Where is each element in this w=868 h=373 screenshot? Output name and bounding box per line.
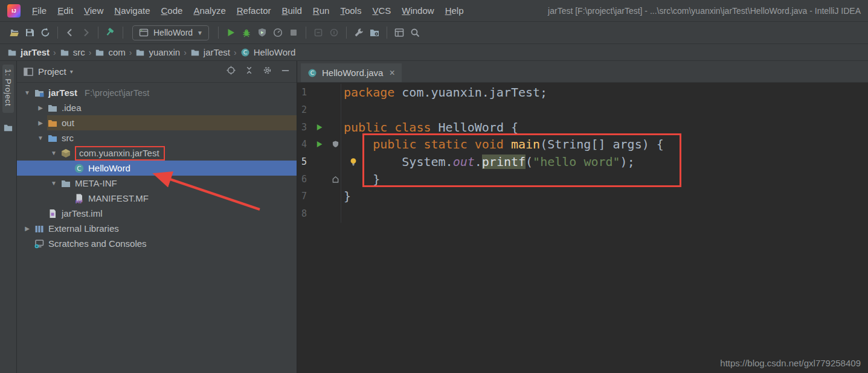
- tree-collapse-arrow-icon[interactable]: ▼: [21, 89, 34, 96]
- toolbar-stop-button[interactable]: [286, 25, 301, 40]
- code-editor[interactable]: 1package com.yuanxin.jarTest;23public cl…: [297, 83, 868, 373]
- line-number: 5: [297, 156, 307, 167]
- code-token: public class: [344, 120, 439, 135]
- tree-collapse-arrow-icon[interactable]: ▼: [47, 180, 60, 186]
- tree-item-com-yuanxin-jartest[interactable]: ▼com.yuanxin.jarTest: [17, 145, 297, 161]
- tree-item-idea[interactable]: ▶.idea: [17, 100, 297, 115]
- line-number: 8: [297, 208, 307, 219]
- tree-item-helloword[interactable]: CHelloWord: [17, 161, 297, 176]
- tree-item-meta-inf[interactable]: ▼META-INF: [17, 176, 297, 191]
- menu-tools[interactable]: Tools: [335, 5, 367, 16]
- tree-expand-arrow-icon[interactable]: ▶: [21, 225, 34, 232]
- synchronize-icon: [40, 27, 51, 38]
- menu-analyze[interactable]: Analyze: [188, 5, 231, 16]
- tree-item-jartest-iml[interactable]: jarTest.iml: [17, 206, 297, 221]
- code-text: public static void main(String[] args) {: [341, 136, 868, 153]
- menu-file[interactable]: File: [27, 5, 52, 16]
- breadcrumb-item-jartest[interactable]: jarTest: [190, 47, 230, 57]
- project-view-selector[interactable]: Project ▾: [38, 66, 73, 77]
- code-token: main: [511, 137, 540, 151]
- breadcrumb-item-jartest[interactable]: jarTest: [7, 47, 50, 57]
- scratches-icon: [34, 238, 45, 249]
- search-everywhere-icon: [410, 27, 420, 38]
- toolbar-restore-layout-button[interactable]: [391, 25, 407, 40]
- tree-expand-arrow-icon[interactable]: ▶: [34, 120, 47, 126]
- toolbar-build-hammer-button[interactable]: [103, 25, 118, 40]
- tree-item-manifest-mf[interactable]: MFMANIFEST.MF: [17, 191, 297, 206]
- toolbar-disabled-tool-2-button[interactable]: [326, 25, 342, 40]
- gutter: [307, 188, 341, 205]
- toolbar-coverage-button[interactable]: [254, 25, 270, 40]
- breadcrumb-label: jarTest: [204, 47, 230, 57]
- toolbar-nav-forward-button[interactable]: [78, 25, 94, 40]
- menu-navigate[interactable]: Navigate: [109, 5, 155, 16]
- tab-helloword-java[interactable]: C HelloWord.java ×: [301, 63, 402, 82]
- project-header-collapse-all-button[interactable]: [244, 65, 254, 78]
- menu-code[interactable]: Code: [156, 5, 188, 16]
- tree-collapse-arrow-icon[interactable]: ▼: [47, 150, 60, 156]
- menu-refactor[interactable]: Refactor: [231, 5, 277, 16]
- run-configuration-combo[interactable]: HelloWord▼: [132, 25, 209, 40]
- breadcrumb-separator: ›: [184, 48, 187, 57]
- toolbar-profiler-button[interactable]: [270, 25, 286, 40]
- favorites-folder-icon[interactable]: [3, 123, 13, 133]
- run-icon: [225, 27, 236, 38]
- toolbar-search-everywhere-button[interactable]: [407, 25, 423, 40]
- code-token: .: [475, 155, 482, 169]
- class-icon: C: [74, 163, 85, 174]
- line-number: 2: [297, 104, 307, 115]
- tab-close-icon[interactable]: ×: [389, 68, 394, 78]
- project-panel-icon: [23, 66, 34, 77]
- toolbar-synchronize-button[interactable]: [37, 25, 53, 40]
- tree-item-external-libraries[interactable]: ▶External Libraries: [17, 221, 297, 236]
- menu-vcs[interactable]: VCS: [367, 5, 396, 16]
- module-file-icon: [47, 208, 58, 219]
- project-panel: Project ▾ ▼jarTestF:\project\jarTest▶.id…: [17, 61, 297, 373]
- breadcrumb-item-com[interactable]: com: [95, 47, 125, 57]
- toolbar-nav-back-button[interactable]: [62, 25, 78, 40]
- tree-item-label: META-INF: [75, 178, 117, 188]
- code-token: (: [526, 155, 533, 169]
- editor-tab-bar: C HelloWord.java ×: [297, 61, 868, 83]
- menu-run[interactable]: Run: [307, 5, 335, 16]
- toolbar-save-all-button[interactable]: [22, 25, 37, 40]
- tree-item-out[interactable]: ▶out: [17, 115, 297, 130]
- menu-edit[interactable]: Edit: [52, 5, 79, 16]
- watermark: https://blog.csdn.net/gxl779258409: [720, 358, 861, 368]
- gutter: [307, 170, 341, 188]
- project-header-actions: [226, 65, 291, 78]
- code-text: public class HelloWord {: [341, 118, 868, 136]
- tree-item-scratches-and-consoles[interactable]: Scratches and Consoles: [17, 236, 297, 251]
- toolbar-debug-button[interactable]: [239, 25, 254, 40]
- project-structure-icon: [369, 27, 380, 38]
- folder-excluded-icon: [47, 118, 58, 129]
- toolbar-project-structure-button[interactable]: [367, 25, 382, 40]
- toolbar-open-project-button[interactable]: [6, 25, 22, 40]
- breadcrumb-item-helloword[interactable]: CHelloWord: [240, 47, 296, 57]
- breadcrumb-item-src[interactable]: src: [60, 47, 85, 57]
- breadcrumb-label: HelloWord: [254, 47, 296, 57]
- run-gutter-icon[interactable]: [315, 123, 324, 132]
- project-header-hide-button[interactable]: [280, 65, 291, 78]
- project-header-settings-button[interactable]: [262, 65, 272, 78]
- menu-view[interactable]: View: [79, 5, 109, 16]
- menu-help[interactable]: Help: [440, 5, 469, 16]
- code-text: package com.yuanxin.jarTest;: [341, 84, 868, 101]
- tree-collapse-arrow-icon[interactable]: ▼: [34, 135, 47, 141]
- breadcrumb-label: jarTest: [21, 47, 50, 57]
- intention-bulb-icon[interactable]: [349, 157, 358, 167]
- tree-item-src[interactable]: ▼src: [17, 130, 297, 145]
- menu-build[interactable]: Build: [276, 5, 307, 16]
- folder-icon: [60, 48, 69, 57]
- project-stripe-button[interactable]: 1: Project: [2, 65, 14, 113]
- chevron-down-icon: ▾: [70, 68, 73, 75]
- toolbar-disabled-tool-1-button[interactable]: [310, 25, 326, 40]
- tree-expand-arrow-icon[interactable]: ▶: [34, 104, 47, 111]
- breadcrumb-item-yuanxin[interactable]: yuanxin: [135, 47, 180, 57]
- tree-item-jartest[interactable]: ▼jarTestF:\project\jarTest: [17, 85, 297, 100]
- run-gutter-icon[interactable]: [315, 140, 324, 149]
- menu-window[interactable]: Window: [396, 5, 439, 16]
- toolbar-wrench-button[interactable]: [351, 25, 367, 40]
- toolbar-run-button[interactable]: [223, 25, 239, 40]
- project-header-locate-button[interactable]: [226, 65, 236, 78]
